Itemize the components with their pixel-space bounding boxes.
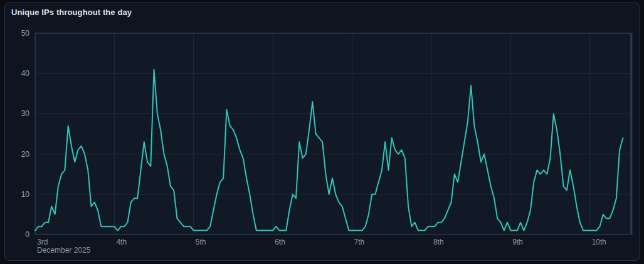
x-axis-tick-label: 4th [116,238,127,246]
y-axis-tick-label: 30 [21,109,30,118]
x-axis-tick-label: 8th [433,238,444,246]
plot-background[interactable] [35,33,631,235]
x-axis-tick-label: 10th [592,238,606,246]
x-axis-context-label: December 2025 [37,246,91,255]
y-axis-tick-label: 0 [25,230,29,239]
chart-svg: 010203040503rdDecember 20254th5th6th7th8… [5,3,641,261]
x-axis-tick-label: 6th [275,238,285,246]
x-axis-tick-label: 5th [196,238,206,246]
y-axis-tick-label: 20 [21,150,30,159]
y-axis-tick-label: 50 [21,29,30,38]
chart-panel: Unique IPs throughout the day 0102030405… [4,3,640,261]
x-axis-tick-label: 3rd [37,238,48,246]
chart-canvas[interactable]: 010203040503rdDecember 20254th5th6th7th8… [5,3,641,261]
x-axis-tick-label: 7th [354,238,365,246]
x-axis-tick-label: 9th [512,238,523,246]
y-axis-tick-label: 10 [21,190,30,199]
y-axis-tick-label: 40 [21,69,30,78]
